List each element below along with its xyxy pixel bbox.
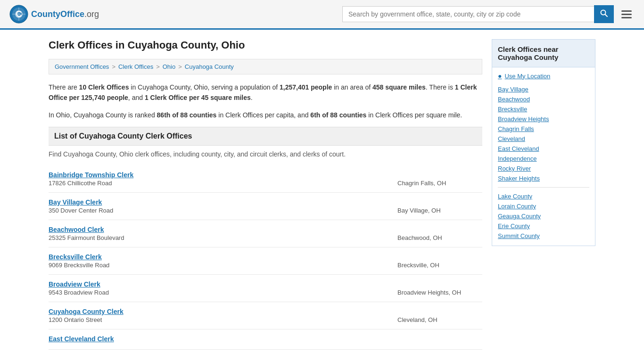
clerk-item: Brecksville Clerk 9069 Brecksville Road … xyxy=(49,247,482,275)
clerk-name[interactable]: Bainbridge Township Clerk xyxy=(49,171,397,179)
clerk-item-row: East Cleveland Clerk xyxy=(49,335,482,344)
clerk-name[interactable]: Brecksville Clerk xyxy=(49,253,397,261)
clerk-item: Cuyahoga County Clerk 1200 Ontario Stree… xyxy=(49,302,482,329)
clerk-location: Broadview Heights, OH xyxy=(397,280,482,296)
breadcrumb-sep-1: > xyxy=(112,63,116,70)
clerk-address: 350 Dover Center Road xyxy=(49,207,397,214)
search-button[interactable] xyxy=(594,5,614,23)
logo-text: CountyOffice.org xyxy=(31,9,99,19)
clerk-location xyxy=(397,335,482,344)
sidebar-city-link[interactable]: Rocky River xyxy=(498,164,589,173)
clerk-item-row: Broadview Clerk 9543 Broadview Road Broa… xyxy=(49,280,482,296)
breadcrumb-sep-3: > xyxy=(178,63,182,70)
sidebar-county-link[interactable]: Geauga County xyxy=(498,211,589,221)
sidebar-city-link[interactable]: Chagrin Falls xyxy=(498,124,589,134)
sidebar-divider xyxy=(498,187,589,188)
clerk-name[interactable]: Bay Village Clerk xyxy=(49,198,397,206)
clerk-item: Beachwood Clerk 25325 Fairmount Boulevar… xyxy=(49,220,482,247)
breadcrumb-item-cuyahoga[interactable]: Cuyahoga County xyxy=(185,63,234,70)
clerk-location: Cleveland, OH xyxy=(397,308,482,323)
clerk-info: Cuyahoga County Clerk 1200 Ontario Stree… xyxy=(49,308,397,323)
clerk-name[interactable]: Cuyahoga County Clerk xyxy=(49,308,397,315)
description-2: In Ohio, Cuyahoga County is ranked 86th … xyxy=(49,110,482,120)
svg-line-7 xyxy=(605,15,608,17)
sidebar-city-link[interactable]: Brecksville xyxy=(498,104,589,114)
breadcrumb-item-clerk-offices[interactable]: Clerk Offices xyxy=(118,63,153,70)
clerk-item-row: Beachwood Clerk 25325 Fairmount Boulevar… xyxy=(49,226,482,241)
sidebar-city-link[interactable]: East Cleveland xyxy=(498,144,589,154)
sidebar-counties-list: Lake CountyLorain CountyGeauga CountyEri… xyxy=(498,191,589,241)
clerk-location: Brecksville, OH xyxy=(397,253,482,269)
clerk-address: 9543 Broadview Road xyxy=(49,289,397,296)
breadcrumb: Government Offices > Clerk Offices > Ohi… xyxy=(49,59,482,74)
use-location-label: Use My Location xyxy=(504,73,550,80)
clerk-location: Beachwood, OH xyxy=(397,226,482,241)
clerk-info: East Cleveland Clerk xyxy=(49,335,397,344)
clerk-item: Bainbridge Township Clerk 17826 Chillico… xyxy=(49,165,482,193)
search-input[interactable] xyxy=(342,6,594,22)
sidebar-city-link[interactable]: Bay Village xyxy=(498,84,589,94)
main-content: Clerk Offices in Cuyahoga County, Ohio G… xyxy=(49,39,482,350)
sidebar-county-link[interactable]: Lake County xyxy=(498,191,589,201)
sidebar-city-link[interactable]: Shaker Heights xyxy=(498,173,589,183)
description-1: There are 10 Clerk Offices in Cuyahoga C… xyxy=(49,82,482,103)
sidebar-city-link[interactable]: Beachwood xyxy=(498,94,589,104)
sidebar-content: ● Use My Location Bay VillageBeachwoodBr… xyxy=(492,67,595,246)
sidebar-county-link[interactable]: Erie County xyxy=(498,221,589,231)
breadcrumb-item-government-offices[interactable]: Government Offices xyxy=(55,63,109,70)
clerk-list: Bainbridge Township Clerk 17826 Chillico… xyxy=(49,165,482,350)
clerk-info: Brecksville Clerk 9069 Brecksville Road xyxy=(49,253,397,269)
sidebar-header: Clerk Offices near Cuyahoga County xyxy=(492,39,595,67)
sidebar-city-link[interactable]: Independence xyxy=(498,154,589,164)
sidebar: Clerk Offices near Cuyahoga County ● Use… xyxy=(492,39,595,350)
clerk-location: Chagrin Falls, OH xyxy=(397,171,482,187)
sidebar-county-link[interactable]: Lorain County xyxy=(498,201,589,211)
clerk-address: 17826 Chillicothe Road xyxy=(49,180,397,187)
clerk-item: Broadview Clerk 9543 Broadview Road Broa… xyxy=(49,275,482,302)
clerk-item-row: Cuyahoga County Clerk 1200 Ontario Stree… xyxy=(49,308,482,323)
clerk-item-row: Brecksville Clerk 9069 Brecksville Road … xyxy=(49,253,482,269)
clerk-address: 9069 Brecksville Road xyxy=(49,262,397,269)
clerk-address: 1200 Ontario Street xyxy=(49,316,397,323)
use-location-button[interactable]: ● Use My Location xyxy=(498,72,550,80)
logo[interactable]: C CountyOffice.org xyxy=(9,5,99,24)
sidebar-city-link[interactable]: Cleveland xyxy=(498,134,589,144)
clerk-item-row: Bainbridge Township Clerk 17826 Chillico… xyxy=(49,171,482,187)
clerk-name[interactable]: Broadview Clerk xyxy=(49,280,397,288)
sidebar-county-link[interactable]: Summit County xyxy=(498,231,589,241)
clerk-address: 25325 Fairmount Boulevard xyxy=(49,234,397,241)
logo-icon: C xyxy=(9,5,28,24)
clerk-location: Bay Village, OH xyxy=(397,198,482,214)
breadcrumb-sep-2: > xyxy=(156,63,160,70)
clerk-info: Broadview Clerk 9543 Broadview Road xyxy=(49,280,397,296)
search-icon xyxy=(600,9,608,17)
search-area xyxy=(342,5,635,23)
breadcrumb-item-ohio[interactable]: Ohio xyxy=(163,63,175,70)
list-header: List of Cuyahoga County Clerk Offices xyxy=(49,127,482,146)
list-description: Find Cuyahoga County, Ohio clerk offices… xyxy=(49,150,482,158)
clerk-item: Bay Village Clerk 350 Dover Center Road … xyxy=(49,193,482,220)
clerk-name[interactable]: East Cleveland Clerk xyxy=(49,335,397,343)
clerk-info: Beachwood Clerk 25325 Fairmount Boulevar… xyxy=(49,226,397,241)
hamburger-icon xyxy=(621,10,632,18)
clerk-name[interactable]: Beachwood Clerk xyxy=(49,226,397,233)
clerk-info: Bay Village Clerk 350 Dover Center Road xyxy=(49,198,397,214)
clerk-item: East Cleveland Clerk xyxy=(49,329,482,350)
sidebar-city-link[interactable]: Broadview Heights xyxy=(498,114,589,124)
clerk-item-row: Bay Village Clerk 350 Dover Center Road … xyxy=(49,198,482,214)
location-icon: ● xyxy=(498,72,502,80)
clerk-info: Bainbridge Township Clerk 17826 Chillico… xyxy=(49,171,397,187)
page-title: Clerk Offices in Cuyahoga County, Ohio xyxy=(49,39,482,51)
sidebar-cities-list: Bay VillageBeachwoodBrecksvilleBroadview… xyxy=(498,84,589,183)
menu-button[interactable] xyxy=(619,8,635,21)
